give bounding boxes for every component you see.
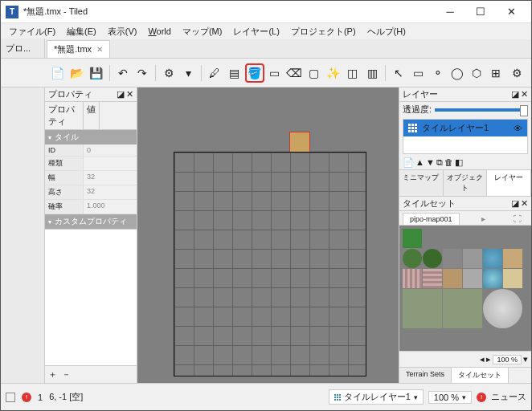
menu-view[interactable]: 表示(V): [103, 24, 142, 39]
insert-polygon-icon[interactable]: ⬡: [468, 63, 485, 83]
tile[interactable]: [503, 249, 522, 268]
current-layer-selector[interactable]: タイルレイヤー1▾: [329, 389, 424, 405]
insert-point-icon[interactable]: ⚬: [429, 63, 447, 83]
layer-up-icon[interactable]: ▲: [415, 157, 424, 168]
panel-float-icon[interactable]: ◪: [511, 198, 519, 209]
tab-tileset[interactable]: タイルセット: [452, 368, 509, 383]
tile[interactable]: [483, 289, 522, 328]
layer-item[interactable]: タイルレイヤー1 👁: [403, 120, 527, 136]
insert-rect-icon[interactable]: ▭: [409, 63, 427, 83]
pointer-icon[interactable]: ↖: [390, 63, 407, 83]
layer-down-icon[interactable]: ▼: [426, 157, 435, 168]
tile[interactable]: [443, 269, 462, 288]
new-layer-icon[interactable]: 📄: [403, 157, 414, 168]
prop-row[interactable]: ID0: [45, 144, 137, 157]
close-button[interactable]: ✕: [496, 2, 526, 22]
tile[interactable]: [463, 269, 482, 288]
undo-icon[interactable]: ↶: [114, 63, 132, 83]
panel-float-icon[interactable]: ◪: [117, 89, 125, 100]
prop-row[interactable]: 種類: [45, 157, 137, 171]
prop-row[interactable]: 高さ32: [45, 185, 137, 200]
eraser-icon[interactable]: ⌫: [285, 63, 303, 83]
dropdown-icon[interactable]: ▾: [179, 63, 197, 83]
error-badge[interactable]: !: [22, 393, 31, 402]
new-file-icon[interactable]: 📄: [48, 63, 66, 83]
tile[interactable]: [503, 269, 522, 288]
menu-edit[interactable]: 編集(E): [62, 24, 101, 39]
tileset-edit-icon[interactable]: ⛶: [507, 213, 528, 225]
zoom-selector[interactable]: 100 % ▾: [428, 391, 472, 404]
prop-add-icon[interactable]: ＋: [48, 368, 57, 380]
prop-group-tile[interactable]: タイル: [45, 130, 137, 144]
delete-layer-icon[interactable]: 🗑: [444, 157, 453, 168]
panel-close-icon[interactable]: ✕: [521, 89, 528, 100]
tileset-menu-icon[interactable]: ▸: [475, 213, 492, 225]
same-tile-icon[interactable]: ◫: [344, 63, 362, 83]
menu-help[interactable]: ヘルプ(H): [362, 24, 411, 39]
maximize-button[interactable]: ☐: [465, 2, 496, 22]
edit-layer-icon[interactable]: ▥: [363, 63, 381, 83]
panel-float-icon[interactable]: ◪: [511, 89, 519, 100]
shape-fill-icon[interactable]: ▭: [266, 63, 284, 83]
prop-group-custom[interactable]: カスタムプロパティ: [45, 214, 137, 229]
redo-icon[interactable]: ↷: [133, 63, 151, 83]
stamp-brush-icon[interactable]: 🖊: [206, 63, 223, 83]
tile[interactable]: [403, 289, 442, 328]
tileset-zoom[interactable]: 100 %: [493, 355, 522, 364]
menu-file[interactable]: ファイル(F): [4, 24, 60, 39]
magic-wand-icon[interactable]: ✨: [325, 63, 342, 83]
placed-tile[interactable]: [289, 132, 310, 153]
menu-map[interactable]: マップ(M): [178, 24, 227, 39]
visibility-icon[interactable]: 👁: [514, 124, 522, 133]
duplicate-layer-icon[interactable]: ⧉: [436, 157, 443, 168]
prop-row[interactable]: 幅32: [45, 171, 137, 185]
terrain-brush-icon[interactable]: ▤: [226, 63, 243, 83]
insert-ellipse-icon[interactable]: ◯: [448, 63, 466, 83]
panel-close-icon[interactable]: ✕: [521, 198, 528, 209]
tab-objects[interactable]: オブジェクト: [444, 170, 488, 196]
menu-project[interactable]: プロジェクト(P): [286, 24, 361, 39]
tileset-prev-icon[interactable]: ◂: [480, 354, 485, 364]
tile[interactable]: [403, 269, 422, 288]
tile[interactable]: [403, 249, 422, 268]
prop-row[interactable]: 確率1.000: [45, 200, 137, 214]
rect-select-icon[interactable]: ▢: [305, 63, 322, 83]
tab-layers[interactable]: レイヤー: [487, 170, 531, 196]
project-tab[interactable]: プロ...: [1, 39, 45, 58]
tile[interactable]: [483, 269, 502, 288]
tileset-tab[interactable]: pipo-map001: [403, 213, 460, 225]
tile[interactable]: [483, 249, 502, 268]
tile[interactable]: [423, 269, 442, 288]
tile[interactable]: [443, 289, 482, 328]
command-icon[interactable]: ⚙: [160, 63, 178, 83]
bucket-fill-icon[interactable]: 🪣: [245, 63, 264, 83]
tile[interactable]: [403, 229, 422, 248]
save-icon[interactable]: 💾: [87, 63, 104, 83]
tileset-next-icon[interactable]: ▸: [486, 354, 491, 364]
opacity-slider[interactable]: [435, 108, 528, 112]
tileset-zoom-dropdown-icon[interactable]: ▾: [523, 354, 528, 364]
panel-close-icon[interactable]: ✕: [126, 89, 133, 100]
file-tab[interactable]: *無題.tmx ✕: [47, 40, 110, 58]
minimize-button[interactable]: ─: [435, 2, 465, 22]
tile[interactable]: [443, 249, 462, 268]
layer-other-icon[interactable]: ◧: [455, 157, 463, 168]
news-label[interactable]: ニュース: [491, 391, 526, 403]
tile[interactable]: [423, 249, 442, 268]
menu-world[interactable]: World: [143, 25, 176, 38]
menu-layer[interactable]: レイヤー(L): [228, 24, 284, 39]
tile-grid[interactable]: [174, 152, 366, 376]
layer-list[interactable]: タイルレイヤー1 👁: [403, 119, 528, 154]
tab-terrain-sets[interactable]: Terrain Sets: [399, 368, 452, 383]
news-badge[interactable]: !: [477, 393, 486, 402]
tileset-view[interactable]: [399, 226, 531, 351]
console-icon[interactable]: [6, 393, 15, 402]
close-tab-icon[interactable]: ✕: [96, 45, 103, 54]
tile[interactable]: [463, 249, 482, 268]
prop-remove-icon[interactable]: －: [62, 368, 71, 380]
tab-minimap[interactable]: ミニマップ: [399, 170, 444, 196]
toolbar-overflow-icon[interactable]: ⚙: [509, 63, 526, 83]
insert-template-icon[interactable]: ⊞: [487, 63, 505, 83]
map-canvas[interactable]: [137, 87, 399, 383]
open-file-icon[interactable]: 📂: [68, 63, 85, 83]
